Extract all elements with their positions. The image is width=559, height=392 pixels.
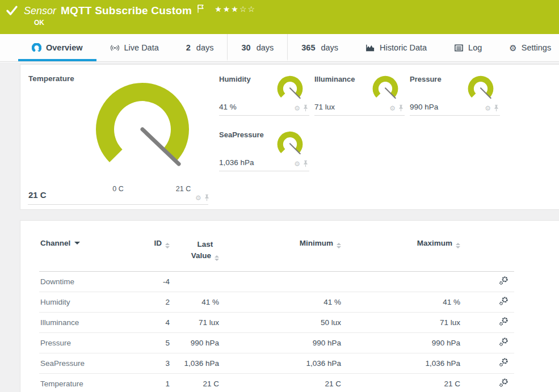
page-title: MQTT Subscribe Custom — [61, 5, 192, 17]
column-header-channel[interactable]: Channel — [39, 235, 123, 271]
pin-icon[interactable] — [303, 104, 308, 112]
tab-overview[interactable]: Overview — [18, 34, 96, 61]
tab-number: 30 — [241, 43, 250, 52]
channel-name-cell[interactable]: Temperature — [39, 373, 123, 392]
sensor-header: Sensor MQTT Subscribe Custom ★★★☆☆ OK — [0, 0, 559, 34]
sort-icon — [337, 243, 341, 248]
star-empty-icon[interactable]: ☆ — [239, 5, 248, 14]
minimum-cell: 41 % — [220, 292, 342, 312]
channel-settings-gears-icon[interactable] — [499, 317, 508, 326]
column-header-last-value[interactable]: Last Value — [171, 235, 220, 271]
channel-settings-gears-icon[interactable] — [499, 357, 508, 367]
tab-2-days[interactable]: 2 days — [173, 34, 228, 61]
star-empty-icon[interactable]: ☆ — [247, 5, 256, 14]
star-filled-icon[interactable]: ★ — [215, 5, 223, 14]
channel-gear-icon[interactable]: ⚙ — [389, 105, 396, 112]
last-value-cell — [171, 271, 220, 292]
gauges-panel: Temperature 0 C 21 C 21 C ⚙ Humidity 41 … — [20, 64, 559, 210]
channel-settings-gears-icon[interactable] — [499, 378, 508, 387]
tab-label: days — [196, 43, 214, 52]
channel-name-cell[interactable]: Humidity — [39, 292, 123, 312]
divider — [28, 204, 208, 205]
channel-id-cell: 5 — [123, 332, 171, 353]
tab-30-days[interactable]: 30 days — [227, 34, 287, 61]
gear-icon: ⚙ — [509, 44, 516, 52]
table-row[interactable]: Illuminance 4 71 lux 50 lux 71 lux — [39, 312, 514, 332]
mini-gauge — [274, 130, 306, 162]
mini-gauge-value: 71 lux — [314, 103, 335, 111]
channel-name-cell[interactable]: SeaPressure — [39, 353, 123, 373]
priority-flag-icon[interactable] — [197, 5, 204, 13]
tab-bar: Overview Live Data 2 days 30 days 365 da… — [0, 34, 559, 62]
pin-icon[interactable] — [303, 160, 308, 167]
minimum-cell: 990 hPa — [220, 332, 342, 353]
star-filled-icon[interactable]: ★ — [231, 5, 239, 14]
mini-gauge-name: SeaPressure — [219, 130, 264, 139]
maximum-cell: 1,036 hPa — [342, 353, 461, 373]
gauge-scale-min: 0 C — [112, 185, 123, 193]
sort-icon — [215, 255, 219, 261]
tab-number: 2 — [186, 43, 191, 52]
tab-historic-data[interactable]: Historic Data — [352, 34, 440, 61]
table-row[interactable]: Temperature 1 21 C 21 C 21 C — [39, 373, 514, 392]
tab-number: 365 — [301, 43, 315, 52]
mini-gauge-name: Pressure — [410, 75, 442, 83]
last-value-cell: 41 % — [171, 292, 220, 312]
gauge-icon — [32, 43, 41, 53]
mini-gauge — [465, 74, 497, 106]
table-row[interactable]: SeaPressure 3 1,036 hPa 1,036 hPa 1,036 … — [39, 353, 514, 373]
channel-settings-gears-icon[interactable] — [499, 337, 508, 347]
channel-gear-icon[interactable]: ⚙ — [485, 105, 491, 112]
pin-icon[interactable] — [494, 104, 499, 112]
mini-gauge-panel: Illuminance 71 lux ⚙ — [314, 69, 405, 116]
minimum-cell: 50 lux — [220, 312, 342, 332]
star-filled-icon[interactable]: ★ — [223, 5, 232, 14]
table-row[interactable]: Humidity 2 41 % 41 % 41 % — [39, 292, 514, 312]
temperature-gauge — [85, 74, 201, 187]
pin-icon[interactable] — [398, 104, 404, 112]
chevron-down-icon — [74, 242, 80, 245]
object-type-label: Sensor — [24, 5, 56, 17]
mini-gauge-panel: SeaPressure 1,036 hPa ⚙ — [219, 125, 309, 171]
tab-365-days[interactable]: 365 days — [287, 34, 352, 61]
channel-id-cell: 4 — [123, 312, 171, 332]
historic-chart-icon — [365, 43, 375, 53]
maximum-cell: 990 hPa — [342, 332, 461, 353]
tab-settings[interactable]: ⚙ Settings — [495, 34, 559, 61]
channel-gear-icon[interactable]: ⚙ — [294, 105, 300, 112]
minimum-cell: 21 C — [220, 373, 342, 392]
last-value-cell: 1,036 hPa — [171, 353, 220, 373]
channel-name-cell[interactable]: Downtime — [39, 271, 123, 292]
column-header-id[interactable]: ID — [123, 235, 171, 271]
rating-stars[interactable]: ★★★☆☆ — [215, 5, 256, 14]
sort-icon — [456, 243, 460, 248]
last-value-cell: 990 hPa — [171, 332, 220, 353]
column-header-actions — [461, 235, 514, 271]
mini-gauge-name: Humidity — [219, 75, 251, 83]
status-check-icon — [6, 5, 18, 17]
channel-settings-gears-icon[interactable] — [499, 276, 508, 285]
gauge-scale-max: 21 C — [176, 185, 191, 193]
column-header-minimum[interactable]: Minimum — [220, 235, 342, 271]
channel-table-panel: Channel ID Last Value Minimum — [20, 220, 559, 392]
mini-gauge-value: 990 hPa — [410, 103, 438, 111]
table-row[interactable]: Downtime -4 — [39, 271, 514, 292]
broadcast-icon — [110, 43, 120, 53]
channel-gear-icon[interactable]: ⚙ — [195, 195, 201, 201]
channel-settings-gears-icon[interactable] — [499, 296, 508, 306]
pin-icon[interactable] — [204, 194, 209, 201]
primary-gauge-value: 21 C — [28, 190, 47, 200]
tab-log[interactable]: Log — [440, 34, 495, 61]
tab-live-data[interactable]: Live Data — [96, 34, 173, 61]
maximum-cell: 41 % — [342, 292, 461, 312]
tab-label: Settings — [522, 43, 551, 52]
tab-label: Overview — [46, 43, 83, 52]
maximum-cell: 21 C — [342, 373, 461, 392]
channel-name-cell[interactable]: Illuminance — [39, 312, 123, 332]
table-row[interactable]: Pressure 5 990 hPa 990 hPa 990 hPa — [39, 332, 514, 353]
channel-gear-icon[interactable]: ⚙ — [294, 161, 300, 167]
channel-id-cell: 1 — [123, 373, 171, 392]
column-header-maximum[interactable]: Maximum — [342, 235, 461, 271]
channel-name-cell[interactable]: Pressure — [39, 332, 123, 353]
mini-gauge — [369, 74, 401, 106]
